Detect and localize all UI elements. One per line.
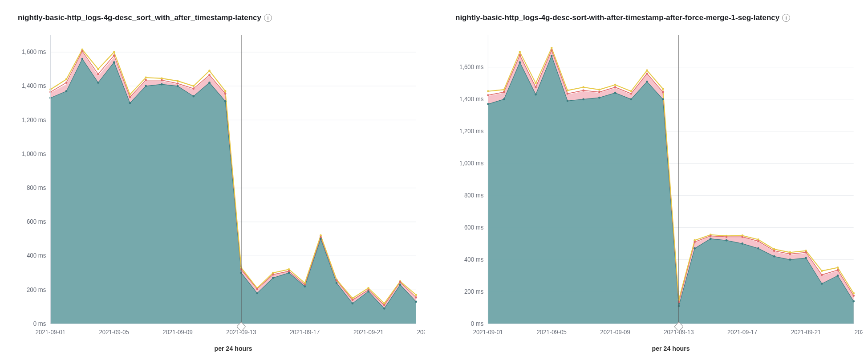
svg-text:2021-09-05: 2021-09-05 bbox=[99, 329, 129, 336]
svg-point-29 bbox=[113, 51, 115, 53]
chart-title-row: nightly-basic-http_logs-4g-desc-sort-wit… bbox=[443, 11, 863, 30]
chart-svg: 0 ms200 ms400 ms600 ms800 ms1,000 ms1,20… bbox=[5, 30, 425, 357]
svg-point-162 bbox=[662, 91, 664, 93]
dashboard: nightly-basic-http_logs-4g-desc_sort_wit… bbox=[0, 0, 868, 361]
svg-point-128 bbox=[503, 89, 505, 91]
svg-point-90 bbox=[320, 238, 322, 240]
svg-point-72 bbox=[415, 296, 417, 299]
svg-point-81 bbox=[177, 85, 179, 87]
svg-point-93 bbox=[367, 291, 369, 293]
svg-point-84 bbox=[224, 100, 227, 103]
svg-point-89 bbox=[304, 285, 306, 287]
svg-point-63 bbox=[272, 273, 274, 275]
info-icon[interactable]: i bbox=[782, 14, 790, 22]
svg-text:0 ms: 0 ms bbox=[33, 320, 46, 327]
svg-point-80 bbox=[161, 83, 163, 86]
svg-point-172 bbox=[821, 274, 823, 276]
svg-point-68 bbox=[352, 299, 354, 301]
svg-point-54 bbox=[129, 96, 131, 98]
svg-point-87 bbox=[272, 277, 274, 279]
svg-point-55 bbox=[145, 79, 147, 81]
svg-point-170 bbox=[789, 253, 791, 255]
svg-point-48 bbox=[415, 294, 417, 296]
svg-point-166 bbox=[726, 236, 728, 238]
svg-point-60 bbox=[224, 93, 227, 95]
svg-point-182 bbox=[598, 97, 600, 99]
svg-point-169 bbox=[773, 250, 775, 252]
svg-point-53 bbox=[113, 54, 115, 57]
svg-point-79 bbox=[145, 85, 147, 87]
svg-point-190 bbox=[726, 239, 728, 242]
chart-panel-right: nightly-basic-http_logs-4g-desc-sort-wit… bbox=[443, 11, 863, 357]
svg-point-76 bbox=[97, 82, 99, 84]
svg-point-137 bbox=[646, 69, 648, 71]
svg-point-91 bbox=[336, 282, 338, 284]
svg-point-136 bbox=[630, 90, 632, 92]
chart-panel-left: nightly-basic-http_logs-4g-desc_sort_wit… bbox=[5, 11, 425, 357]
svg-text:1,000 ms: 1,000 ms bbox=[22, 150, 46, 157]
svg-text:1,400 ms: 1,400 ms bbox=[22, 82, 46, 89]
svg-point-130 bbox=[535, 82, 537, 84]
svg-point-52 bbox=[97, 73, 99, 75]
svg-point-184 bbox=[630, 98, 632, 100]
svg-text:2021-09-01: 2021-09-01 bbox=[473, 329, 503, 336]
chart-area-right[interactable]: 0 ms200 ms400 ms600 ms800 ms1,000 ms1,20… bbox=[443, 30, 863, 357]
svg-point-51 bbox=[81, 50, 83, 53]
svg-point-192 bbox=[757, 247, 759, 250]
svg-point-78 bbox=[129, 102, 131, 104]
svg-text:600 ms: 600 ms bbox=[27, 218, 46, 225]
svg-text:1,600 ms: 1,600 ms bbox=[22, 49, 46, 55]
svg-text:1,400 ms: 1,400 ms bbox=[459, 96, 483, 103]
chart-area-left[interactable]: 0 ms200 ms400 ms600 ms800 ms1,000 ms1,20… bbox=[5, 30, 425, 357]
svg-point-132 bbox=[567, 89, 569, 91]
svg-text:per 24 hours: per 24 hours bbox=[652, 345, 690, 352]
svg-text:2021-09-09: 2021-09-09 bbox=[162, 329, 192, 336]
svg-point-71 bbox=[399, 281, 402, 283]
svg-text:2021-09-09: 2021-09-09 bbox=[600, 329, 630, 336]
svg-point-158 bbox=[598, 91, 600, 93]
svg-point-28 bbox=[97, 68, 99, 70]
svg-point-74 bbox=[65, 90, 68, 92]
info-icon[interactable]: i bbox=[264, 14, 272, 22]
svg-point-159 bbox=[614, 86, 617, 88]
svg-point-36 bbox=[224, 90, 227, 92]
svg-point-26 bbox=[65, 78, 68, 80]
svg-point-62 bbox=[256, 288, 258, 290]
svg-point-176 bbox=[503, 98, 505, 100]
svg-point-164 bbox=[694, 241, 696, 243]
svg-text:1,600 ms: 1,600 ms bbox=[459, 64, 483, 70]
svg-point-198 bbox=[852, 300, 855, 303]
chart-svg: 0 ms200 ms400 ms600 ms800 ms1,000 ms1,20… bbox=[443, 30, 863, 357]
svg-point-157 bbox=[582, 89, 584, 91]
svg-point-50 bbox=[65, 82, 68, 84]
svg-text:2021-09-05: 2021-09-05 bbox=[537, 329, 567, 336]
svg-point-165 bbox=[710, 235, 712, 237]
svg-point-86 bbox=[256, 292, 258, 294]
chart-title: nightly-basic-http_logs-4g-desc_sort_wit… bbox=[18, 13, 261, 22]
svg-point-153 bbox=[519, 54, 521, 56]
svg-point-188 bbox=[694, 247, 696, 250]
svg-point-133 bbox=[582, 86, 584, 88]
svg-point-94 bbox=[383, 308, 385, 310]
svg-point-174 bbox=[852, 295, 855, 297]
svg-point-67 bbox=[336, 279, 338, 282]
svg-point-138 bbox=[662, 88, 664, 90]
svg-text:1,000 ms: 1,000 ms bbox=[459, 160, 483, 167]
svg-point-155 bbox=[551, 49, 553, 51]
svg-point-148 bbox=[821, 270, 823, 272]
svg-point-75 bbox=[81, 58, 83, 60]
svg-point-59 bbox=[208, 74, 211, 76]
svg-point-30 bbox=[129, 94, 131, 96]
svg-point-168 bbox=[757, 240, 759, 242]
svg-point-34 bbox=[192, 85, 195, 87]
svg-point-194 bbox=[789, 258, 791, 261]
svg-point-185 bbox=[646, 81, 648, 83]
svg-text:2021-09-21: 2021-09-21 bbox=[791, 329, 821, 336]
svg-point-186 bbox=[662, 98, 664, 100]
svg-point-57 bbox=[177, 82, 179, 85]
svg-point-191 bbox=[741, 242, 743, 245]
svg-point-95 bbox=[399, 283, 402, 286]
svg-point-152 bbox=[503, 91, 505, 93]
svg-point-70 bbox=[383, 304, 385, 306]
chart-title: nightly-basic-http_logs-4g-desc-sort-wit… bbox=[455, 13, 779, 22]
